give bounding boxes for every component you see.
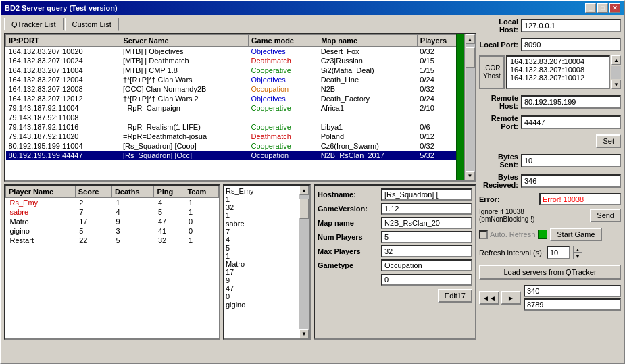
start-game-button[interactable]: Start Game: [550, 228, 601, 241]
nav-left-button[interactable]: ◄◄: [479, 291, 499, 305]
info-panel: Hostname: [Rs_Squadron] [ GameVersion: 1…: [314, 184, 476, 340]
ignore-text: Ignore if 10038 (bmNonBlocking !): [479, 208, 587, 223]
mapname-value: N2B_RsClan_20: [381, 217, 472, 229]
tab-qtracker[interactable]: QTracker List: [4, 18, 64, 30]
bytes-sent-label: Bytes Sent:: [479, 153, 518, 169]
bytes-recv-row: Bytes Recieved:: [479, 173, 621, 189]
table-row[interactable]: 80.192.195.199:11004[Rs_Squadron] [Coop]…: [6, 141, 464, 151]
main-content: QTracker List Custom List IP:PORT Server…: [1, 15, 624, 363]
minimize-button[interactable]: _: [585, 3, 596, 13]
table-row[interactable]: 80.192.195.199:44447[Rs_Squadron] [Occ]O…: [6, 151, 464, 160]
bottom-input-2[interactable]: [524, 298, 621, 311]
player-row[interactable]: gigino53410: [6, 226, 219, 236]
hostname-scroll-up[interactable]: ▲: [611, 55, 621, 65]
chat-scroll-track: [299, 195, 309, 329]
table-row[interactable]: 164.132.83.207:10020[MTB] | ObjectivesOb…: [6, 47, 464, 57]
table-row[interactable]: 164.132.83.207:10024[MTB] | DeathmatchDe…: [6, 56, 464, 66]
refresh-interval-down[interactable]: ▼: [573, 253, 582, 259]
nav-right-button[interactable]: ►: [501, 291, 521, 305]
chat-scroll-thumb[interactable]: [299, 199, 309, 219]
auto-refresh-checkbox[interactable]: [479, 230, 488, 239]
extra-row: 0: [318, 274, 472, 286]
refresh-interval-input[interactable]: [547, 246, 570, 259]
table-row[interactable]: 79.143.187.92:11020=RpR=Deathmatch-josua…: [6, 132, 464, 141]
numplayers-value: 5: [381, 231, 472, 243]
table-row[interactable]: 79.143.187.92:11004=RpR=CampaignCooperat…: [6, 103, 464, 113]
scroll-track: [466, 44, 475, 171]
player-table: Player Name Score Deaths Ping Team Rs_Em…: [5, 186, 219, 245]
remote-host-label: Remote Host:: [479, 94, 518, 110]
gametype-value: Occupation: [381, 259, 472, 271]
remote-port-label: Remote Port:: [479, 114, 518, 130]
server-scrollbar[interactable]: ▲ ▼: [464, 34, 475, 180]
remote-port-row: Remote Port:: [479, 114, 621, 130]
close-button[interactable]: ✕: [609, 3, 620, 13]
hostname-list-item[interactable]: 164.132.83.207:10008: [509, 66, 607, 74]
auto-refresh-row: Auto. Refresh Start Game: [479, 228, 621, 241]
local-host-row: Local Host:: [479, 18, 621, 34]
left-panel: QTracker List Custom List IP:PORT Server…: [4, 18, 476, 360]
numplayers-label: Num Players: [318, 233, 378, 241]
auto-refresh-checkbox-area: Auto. Refresh: [479, 230, 535, 239]
bottom-section: Player Name Score Deaths Ping Team Rs_Em…: [4, 184, 476, 340]
remote-host-row: Remote Host:: [479, 94, 621, 110]
table-row[interactable]: 164.132.83.207:12012†*[R+P]*† Clan Wars …: [6, 94, 464, 103]
hostname-scroll-down[interactable]: ▼: [611, 80, 621, 89]
cor-yhost-row: .COR Yhost 164.132.83.207:10004164.132.8…: [479, 55, 621, 89]
scroll-down-btn[interactable]: ▼: [466, 171, 475, 180]
gameversion-label: GameVersion:: [318, 205, 378, 213]
table-row[interactable]: 164.132.83.207:11004[MTB] | CMP 1.8Coope…: [6, 66, 464, 75]
player-row[interactable]: Restart225321: [6, 236, 219, 245]
pcol-score: Score: [75, 186, 111, 198]
remote-host-input[interactable]: [521, 95, 621, 109]
error-label: Error:: [479, 195, 536, 203]
table-row[interactable]: 79.143.187.92:11016=RpR=Realism(1-LIFE)C…: [6, 122, 464, 132]
bytes-sent-input[interactable]: [521, 154, 621, 167]
maxplayers-row: Max Players 32: [318, 245, 472, 257]
maximize-button[interactable]: □: [597, 3, 608, 13]
chat-scroll-down[interactable]: ▼: [299, 329, 309, 338]
player-row[interactable]: sabre7451: [6, 207, 219, 217]
bytes-recv-label: Bytes Recieved:: [479, 173, 518, 189]
table-row[interactable]: 79.143.187.92:11008: [6, 113, 464, 122]
color-bar: [456, 34, 464, 180]
player-panel: Player Name Score Deaths Ping Team Rs_Em…: [4, 184, 220, 340]
server-table: IP:PORT Server Name Game mode Map name P…: [5, 34, 464, 160]
bytes-recv-input[interactable]: [521, 174, 621, 188]
bottom-input-1[interactable]: [524, 285, 621, 297]
col-servername: Server Name: [120, 35, 249, 47]
chat-content: Rs_Emy 1 32 1 sabre 7 4 5 1 Matro 17 9 4…: [224, 186, 299, 310]
refresh-interval-row: Refresh interval (s): ▲ ▼: [479, 246, 621, 259]
pcol-team: Team: [184, 186, 219, 198]
hostname-list-item[interactable]: 164.132.83.207:10012: [509, 74, 607, 82]
tab-custom[interactable]: Custom List: [65, 18, 119, 31]
extra-value: 0: [381, 274, 472, 286]
numplayers-row: Num Players 5: [318, 231, 472, 243]
local-port-input[interactable]: [521, 38, 621, 51]
title-bar-buttons: _ □ ✕: [585, 3, 620, 13]
hostname-list[interactable]: 164.132.83.207:10004164.132.83.207:10008…: [506, 55, 610, 89]
player-row[interactable]: Rs_Emy2141: [6, 198, 219, 208]
local-host-input[interactable]: [521, 19, 621, 32]
scroll-thumb[interactable]: [466, 47, 475, 68]
hostname-list-item[interactable]: 164.132.83.207:10004: [509, 57, 607, 66]
refresh-interval-label: Refresh interval (s):: [479, 249, 544, 257]
gameversion-row: GameVersion: 1.12: [318, 203, 472, 215]
remote-port-input[interactable]: [521, 115, 621, 129]
chat-scroll-up[interactable]: ▲: [299, 186, 309, 195]
send-button[interactable]: Send: [590, 209, 621, 222]
mapname-row: Map name N2B_RsClan_20: [318, 217, 472, 229]
set-button[interactable]: Set: [596, 134, 621, 148]
pcol-ping: Ping: [154, 186, 184, 198]
load-servers-button[interactable]: Load servers from QTracker: [479, 265, 621, 280]
scroll-up-btn[interactable]: ▲: [466, 34, 475, 44]
ignore-row: Ignore if 10038 (bmNonBlocking !) Send: [479, 208, 621, 223]
edit-button[interactable]: Edit17: [438, 289, 472, 303]
player-row[interactable]: Matro179470: [6, 217, 219, 226]
hostname-row: Hostname: [Rs_Squadron] [: [318, 188, 472, 201]
bytes-sent-row: Bytes Sent:: [479, 153, 621, 169]
refresh-interval-up[interactable]: ▲: [573, 246, 582, 253]
table-row[interactable]: 164.132.83.207:12004†*[R+P]*† Clan WarsO…: [6, 75, 464, 84]
maxplayers-label: Max Players: [318, 247, 378, 255]
table-row[interactable]: 164.132.83.207:12008[OCC] Clan Normandy2…: [6, 84, 464, 94]
